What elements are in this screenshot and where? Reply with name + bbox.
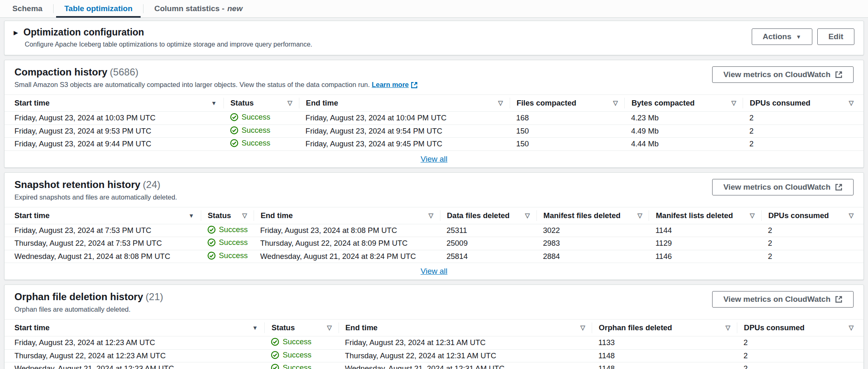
sort-descending-icon[interactable]: ▼ [252, 324, 258, 331]
orphan-title: Orphan file deletion history [14, 291, 143, 302]
learn-more-link[interactable]: Learn more [372, 81, 418, 89]
column-header-end-time[interactable]: End time ▽ [254, 210, 440, 221]
column-label: Status [231, 99, 254, 108]
table-row: Friday, August 23, 2024 at 10:03 PM UTC … [5, 112, 863, 125]
column-label: End time [261, 211, 293, 220]
filter-icon[interactable]: ▽ [849, 324, 854, 331]
orphan-header-text: Orphan file deletion history(21) Orphan … [14, 291, 163, 313]
sort-descending-icon[interactable]: ▼ [211, 100, 217, 106]
cell-start-time: Wednesday, August 21, 2024 at 12:23 AM U… [14, 364, 264, 369]
cell-status: Success [201, 225, 254, 236]
view-all-link[interactable]: View all [421, 267, 447, 276]
snapshot-view-metrics-button[interactable]: View metrics on CloudWatch [712, 179, 854, 195]
cell-data-files-deleted: 25009 [440, 239, 536, 248]
cell-start-time: Friday, August 23, 2024 at 12:23 AM UTC [14, 338, 264, 347]
tab-schema-label: Schema [12, 4, 42, 13]
tab-table-optimization-label: Table optimization [64, 4, 132, 13]
cell-status: Success [264, 363, 338, 369]
external-link-icon [835, 183, 842, 191]
edit-button-label: Edit [828, 32, 843, 41]
cell-status: Success [264, 350, 338, 361]
actions-button[interactable]: Actions ▼ [752, 28, 813, 45]
orphan-count: (21) [146, 291, 163, 302]
filter-icon[interactable]: ▽ [726, 324, 731, 331]
column-label: Bytes compacted [631, 99, 694, 108]
column-header-manifest-files-deleted[interactable]: Manifest files deleted ▽ [536, 210, 649, 221]
tab-column-statistics[interactable]: Column statistics - new [146, 0, 251, 17]
status-badge: Success [230, 113, 271, 122]
cell-bytes-compacted: 4.49 Mb [624, 127, 743, 136]
filter-icon[interactable]: ▽ [750, 212, 755, 219]
filter-icon[interactable]: ▽ [525, 212, 530, 219]
column-header-dpus-consumed[interactable]: DPUs consumed ▽ [761, 210, 854, 221]
cell-end-time: Friday, August 23, 2024 at 10:04 PM UTC [299, 113, 510, 122]
optimization-configuration-description: Configure Apache Iceberg table optimizat… [25, 41, 312, 48]
filter-icon[interactable]: ▽ [327, 324, 332, 331]
tab-bar: Schema Table optimization Column statist… [0, 0, 868, 18]
filter-icon[interactable]: ▽ [637, 212, 642, 219]
filter-icon[interactable]: ▽ [581, 324, 586, 331]
optimization-configuration-header[interactable]: ▶ Optimization configuration Configure A… [14, 27, 312, 48]
filter-icon[interactable]: ▽ [613, 99, 618, 107]
column-header-status[interactable]: Status ▽ [201, 210, 254, 221]
column-header-dpus-consumed[interactable]: DPUs consumed ▽ [743, 98, 854, 108]
filter-icon[interactable]: ▽ [428, 212, 433, 219]
column-header-end-time[interactable]: End time ▽ [339, 322, 592, 333]
edit-button[interactable]: Edit [817, 28, 854, 45]
filter-icon[interactable]: ▽ [732, 99, 736, 107]
status-badge: Success [207, 238, 248, 247]
column-label: Data files deleted [447, 211, 510, 220]
cell-files-compacted: 150 [510, 139, 625, 148]
cell-status: Success [201, 238, 254, 249]
table-row: Friday, August 23, 2024 at 9:53 PM UTC S… [5, 125, 863, 138]
cell-dpus-consumed: 2 [761, 226, 854, 235]
filter-icon[interactable]: ▽ [287, 99, 292, 107]
orphan-table-header: Start time ▼ Status ▽ End time ▽ Orphan … [5, 319, 863, 336]
column-header-end-time[interactable]: End time ▽ [299, 98, 510, 108]
cell-dpus-consumed: 2 [737, 338, 854, 347]
column-header-start-time[interactable]: Start time ▼ [14, 98, 223, 108]
filter-icon[interactable]: ▽ [849, 99, 854, 107]
column-header-data-files-deleted[interactable]: Data files deleted ▽ [440, 210, 536, 221]
cell-manifest-lists-deleted: 1146 [649, 252, 761, 261]
expand-collapsed-icon[interactable]: ▶ [14, 29, 18, 36]
cell-dpus-consumed: 2 [737, 364, 854, 369]
status-badge: Success [207, 225, 248, 234]
table-row: Friday, August 23, 2024 at 7:53 PM UTC S… [5, 224, 863, 237]
tab-separator [143, 4, 143, 13]
success-icon [207, 238, 216, 247]
column-header-start-time[interactable]: Start time ▼ [14, 210, 201, 221]
cell-status: Success [223, 139, 299, 149]
column-header-files-compacted[interactable]: Files compacted ▽ [510, 98, 625, 108]
compaction-view-metrics-button[interactable]: View metrics on CloudWatch [712, 66, 854, 83]
column-header-dpus-consumed[interactable]: DPUs consumed ▽ [737, 322, 854, 333]
filter-icon[interactable]: ▽ [849, 212, 854, 219]
status-label: Success [219, 251, 248, 260]
cell-start-time: Wednesday, August 21, 2024 at 8:08 PM UT… [14, 252, 201, 261]
status-label: Success [219, 225, 248, 234]
column-header-orphan-files-deleted[interactable]: Orphan files deleted ▽ [592, 322, 737, 333]
view-all-link[interactable]: View all [421, 155, 447, 164]
cell-dpus-consumed: 2 [761, 239, 854, 248]
success-icon [230, 113, 238, 121]
success-icon [230, 139, 238, 147]
cell-orphan-files-deleted: 1133 [592, 338, 737, 347]
tab-schema[interactable]: Schema [4, 0, 51, 17]
filter-icon[interactable]: ▽ [242, 212, 247, 219]
orphan-view-metrics-button[interactable]: View metrics on CloudWatch [712, 291, 854, 308]
column-header-manifest-lists-deleted[interactable]: Manifest lists deleted ▽ [649, 210, 761, 221]
column-header-status[interactable]: Status ▽ [223, 98, 299, 108]
column-header-start-time[interactable]: Start time ▼ [14, 322, 264, 333]
cell-status: Success [201, 251, 254, 262]
success-icon [271, 351, 279, 359]
column-header-status[interactable]: Status ▽ [264, 322, 338, 333]
status-label: Success [282, 350, 311, 360]
column-label: DPUs consumed [750, 99, 810, 108]
compaction-count: (5686) [110, 66, 138, 78]
sort-descending-icon[interactable]: ▼ [188, 212, 194, 219]
table-row: Friday, August 23, 2024 at 12:23 AM UTC … [5, 336, 863, 350]
filter-icon[interactable]: ▽ [498, 99, 503, 107]
tab-table-optimization[interactable]: Table optimization [56, 0, 141, 17]
column-header-bytes-compacted[interactable]: Bytes compacted ▽ [624, 98, 743, 108]
cell-status: Success [223, 126, 299, 136]
